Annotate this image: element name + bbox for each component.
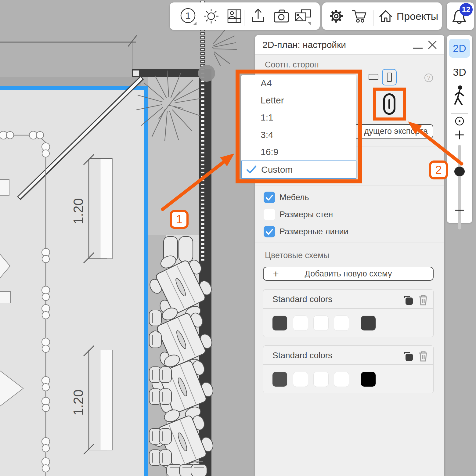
camera-icon xyxy=(273,9,290,23)
trash-icon[interactable] xyxy=(418,350,429,362)
wall-dimensions-checkbox[interactable] xyxy=(264,209,275,220)
notifications-button[interactable]: 12 xyxy=(447,2,474,30)
section-divider xyxy=(255,186,444,186)
view-sidebar: 2D 3D xyxy=(447,35,472,223)
dimension-label: 1.20 xyxy=(71,389,86,416)
scheme-title: Standard colors xyxy=(272,294,332,305)
cart-icon xyxy=(351,8,368,25)
projects-button[interactable]: Проекты xyxy=(377,2,439,30)
portrait-icon xyxy=(387,73,392,82)
close-icon[interactable] xyxy=(427,40,438,50)
projects-label: Проекты xyxy=(397,10,438,22)
color-swatch[interactable] xyxy=(272,372,287,387)
settings-button[interactable] xyxy=(325,2,348,30)
card-divider xyxy=(263,364,433,365)
dropdown-corner-icon xyxy=(308,22,311,25)
orientation-portrait-button[interactable] xyxy=(382,69,397,85)
dropdown-option-16-9[interactable]: 16:9 xyxy=(241,143,356,160)
dimension-lines-checkbox-label: Размерные линии xyxy=(279,226,348,237)
toolbar-divider xyxy=(244,10,244,26)
dimension-label: 1.20 xyxy=(71,198,86,224)
system-toolbar: Проекты xyxy=(322,2,442,30)
zoom-slider-track[interactable] xyxy=(458,145,461,229)
walk-view-icon[interactable] xyxy=(453,85,466,108)
home-icon xyxy=(378,8,393,24)
panel-title: 2D-план: настройки xyxy=(262,35,346,54)
furniture-checkbox-label: Мебель xyxy=(279,192,309,203)
layout-icon xyxy=(226,8,242,24)
gear-icon xyxy=(328,8,345,25)
scheme-title: Standard colors xyxy=(272,350,332,361)
add-new-scheme-button[interactable]: + Добавить новую схему xyxy=(263,267,434,281)
floor-selector-button[interactable]: 1 xyxy=(176,2,200,30)
color-swatch[interactable] xyxy=(293,372,308,387)
zoom-slider-handle[interactable] xyxy=(454,167,465,176)
gallery-button[interactable] xyxy=(290,2,314,30)
color-swatch[interactable] xyxy=(314,372,328,387)
duplicate-icon[interactable] xyxy=(402,350,414,362)
aspect-ratio-label: Соотн. сторон xyxy=(265,60,319,70)
card-divider xyxy=(263,308,433,309)
trash-icon[interactable] xyxy=(418,294,429,306)
store-button[interactable] xyxy=(348,2,371,30)
color-schemes-heading: Цветовые схемы xyxy=(265,251,329,260)
color-scheme-card: Standard colors xyxy=(263,345,434,393)
color-swatch[interactable] xyxy=(361,372,376,387)
dropdown-option-a4[interactable]: A4 xyxy=(241,75,356,92)
screenshot-button[interactable] xyxy=(270,2,293,30)
tab-2d-view[interactable]: 2D xyxy=(449,39,470,58)
tab-3d-view[interactable]: 3D xyxy=(449,63,470,81)
duplicate-icon[interactable] xyxy=(402,294,414,306)
main-toolbar: 1 xyxy=(170,2,320,30)
check-icon xyxy=(246,165,257,174)
wall-dimensions-checkbox-label: Размеры стен xyxy=(279,209,333,220)
upload-icon xyxy=(250,8,266,25)
link-aspect-annotation-box xyxy=(373,88,406,121)
notification-count-badge: 12 xyxy=(460,3,473,16)
layout-view-button[interactable] xyxy=(223,2,246,30)
sidebar-divider xyxy=(451,113,468,114)
orientation-landscape-button[interactable] xyxy=(369,74,378,80)
dropdown-option-letter[interactable]: Letter xyxy=(241,92,356,109)
aspect-ratio-dropdown: A4 Letter 1:1 3:4 16:9 Custom xyxy=(241,75,356,179)
plus-icon: + xyxy=(273,268,279,280)
svg-text:1: 1 xyxy=(186,10,191,20)
ruler-strip[interactable] xyxy=(200,0,205,262)
furniture-checkbox[interactable] xyxy=(264,192,275,203)
panel-header: 2D-план: настройки xyxy=(255,35,444,55)
dropdown-option-1-1[interactable]: 1:1 xyxy=(241,109,356,126)
color-swatch[interactable] xyxy=(361,316,376,330)
section-divider xyxy=(255,243,444,243)
minimize-button[interactable] xyxy=(413,47,423,49)
step-2-badge: 2 xyxy=(429,160,448,179)
step-1-badge: 1 xyxy=(170,210,189,229)
color-swatch[interactable] xyxy=(314,316,328,330)
help-icon[interactable]: ? xyxy=(424,74,433,82)
color-swatch[interactable] xyxy=(334,372,349,387)
dropdown-option-custom[interactable]: Custom xyxy=(241,160,356,179)
color-scheme-card: Standard colors xyxy=(263,289,434,337)
toolbar-divider xyxy=(373,10,373,26)
zoom-out-button[interactable] xyxy=(455,205,464,215)
export-button[interactable] xyxy=(247,2,270,30)
dropdown-option-3-4[interactable]: 3:4 xyxy=(241,126,356,143)
sun-icon xyxy=(203,8,220,25)
dropdown-corner-icon xyxy=(193,22,197,25)
gallery-icon xyxy=(293,7,311,25)
color-swatch[interactable] xyxy=(334,316,349,330)
color-swatch[interactable] xyxy=(272,316,287,330)
center-view-icon[interactable] xyxy=(455,116,464,126)
color-swatch[interactable] xyxy=(293,316,308,330)
wall-handle[interactable] xyxy=(198,65,215,82)
zoom-in-button[interactable] xyxy=(455,130,464,140)
link-icon[interactable] xyxy=(380,93,398,115)
daylight-button[interactable] xyxy=(200,2,223,30)
dimension-lines-checkbox[interactable] xyxy=(264,226,275,237)
